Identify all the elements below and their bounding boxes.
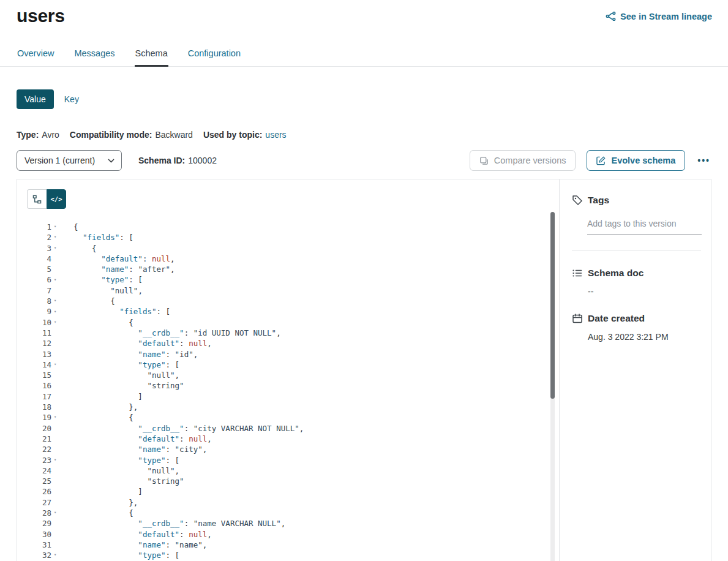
schema-actions: Compare versions Evolve schema ••• <box>470 150 711 171</box>
schema-meta: Type: Avro Compatibility mode: Backward … <box>17 130 711 140</box>
code-token <box>73 434 138 443</box>
line-number: 4 <box>27 254 51 264</box>
code-token: "__crdb__" <box>138 519 184 528</box>
line-number: 11 <box>27 328 51 338</box>
value-toggle-button[interactable]: Value <box>17 89 54 109</box>
version-select-value: Version 1 (current) <box>24 156 95 165</box>
code-token: "null" <box>147 466 174 475</box>
code-token: , <box>281 519 286 528</box>
code-token <box>73 360 138 369</box>
code-token <box>73 233 83 242</box>
code-token <box>73 254 101 263</box>
code-token <box>73 476 147 486</box>
schema-controls: Version 1 (current) Schema ID: 100002 Co… <box>17 150 711 171</box>
more-options-button[interactable]: ••• <box>696 153 711 168</box>
collapse-caret-icon[interactable]: ▾ <box>54 225 61 229</box>
compare-versions-button[interactable]: Compare versions <box>470 150 576 171</box>
line-number: 28 <box>27 508 51 518</box>
chevron-down-icon <box>108 159 114 163</box>
code-token: : [ <box>156 307 170 316</box>
code-token: null <box>189 339 207 348</box>
key-toggle-button[interactable]: Key <box>54 89 89 109</box>
code-view-button[interactable]: </> <box>47 189 66 209</box>
code-line-text: "__crdb__": "id UUID NOT NULL", <box>73 328 281 338</box>
code-token: "name" <box>138 350 165 359</box>
schema-id: Schema ID: 100002 <box>138 156 217 165</box>
scrollbar-track[interactable] <box>550 212 555 561</box>
code-line: 1▾{ <box>27 222 559 232</box>
code-token: { <box>73 296 115 306</box>
meta-compat: Compatibility mode: Backward <box>70 130 193 140</box>
code-token: "default" <box>138 339 179 348</box>
code-line: 29▾ "__crdb__": "name VARCHAR NULL", <box>27 518 559 529</box>
collapse-caret-icon[interactable]: ▾ <box>54 320 61 325</box>
collapse-caret-icon[interactable]: ▾ <box>54 363 61 367</box>
code-token: "name" <box>138 540 165 549</box>
schema-kind-toggle: Value Key <box>17 89 711 109</box>
code-token: : <box>179 339 189 348</box>
date-created-value: Aug. 3 2022 3:21 PM <box>588 332 699 342</box>
line-number: 7 <box>27 285 51 296</box>
collapse-caret-icon[interactable]: ▾ <box>54 511 61 515</box>
code-line-text: "name": "name", <box>73 540 207 550</box>
code-token <box>73 381 147 390</box>
code-line: 10▾ { <box>27 317 559 328</box>
version-select[interactable]: Version 1 (current) <box>17 150 122 171</box>
code-token: "fields" <box>119 307 156 316</box>
collapse-caret-icon[interactable]: ▾ <box>54 415 61 420</box>
collapse-caret-icon[interactable]: ▾ <box>54 458 61 462</box>
code-line-text: "name": "city", <box>73 444 207 454</box>
code-line-text: "default": null, <box>73 434 212 444</box>
code-token <box>73 275 101 284</box>
code-token <box>73 456 138 465</box>
collapse-caret-icon[interactable]: ▾ <box>54 246 61 250</box>
tree-view-button[interactable] <box>27 189 47 209</box>
code-token: "default" <box>138 434 179 443</box>
collapse-caret-icon[interactable]: ▾ <box>54 299 61 303</box>
line-number: 10 <box>27 317 51 328</box>
schema-sidebar: Tags Schema doc -- <box>559 179 711 561</box>
page-header: users See in Stream lineage <box>0 0 728 26</box>
tab-overview[interactable]: Overview <box>17 42 54 66</box>
tags-section-title: Tags <box>572 195 699 206</box>
tab-configuration[interactable]: Configuration <box>187 42 241 66</box>
tab-messages[interactable]: Messages <box>73 42 115 66</box>
code-line-text: "null", <box>73 370 179 380</box>
view-toggle: </> <box>27 189 66 209</box>
tab-schema[interactable]: Schema <box>135 42 168 66</box>
code-line: 31▾ "name": "name", <box>27 540 559 550</box>
tags-input[interactable] <box>587 217 702 235</box>
code-line-text: "null", <box>73 465 179 476</box>
collapse-caret-icon[interactable]: ▾ <box>54 553 61 557</box>
line-number: 25 <box>27 476 51 486</box>
code-line: 13▾ "name": "id", <box>27 349 559 360</box>
meta-type: Type: Avro <box>17 130 59 140</box>
collapse-caret-icon[interactable]: ▾ <box>54 310 61 314</box>
code-line-text: "default": null, <box>73 529 212 540</box>
code-line-text: "default": null, <box>73 254 175 264</box>
code-token: : [ <box>166 456 180 465</box>
code-token <box>73 519 138 528</box>
line-number: 14 <box>27 360 51 370</box>
line-number: 16 <box>27 380 51 391</box>
collapse-caret-icon[interactable]: ▾ <box>54 235 61 239</box>
code-token: }, <box>73 498 138 507</box>
topic-link[interactable]: users <box>265 130 286 140</box>
evolve-schema-button[interactable]: Evolve schema <box>587 150 685 171</box>
code-token: : [ <box>166 551 180 560</box>
scrollbar-thumb[interactable] <box>550 212 555 399</box>
code-line: 17▾ ] <box>27 391 559 402</box>
edit-icon <box>596 156 606 165</box>
line-number: 15 <box>27 370 51 380</box>
line-number: 5 <box>27 264 51 274</box>
stream-lineage-link[interactable]: See in Stream lineage <box>606 11 712 21</box>
line-number: 31 <box>27 540 51 550</box>
code-token: "type" <box>138 456 165 465</box>
code-token: : <box>143 254 152 263</box>
tags-section: Tags <box>572 195 699 251</box>
code-token: , <box>203 540 208 549</box>
collapse-caret-icon[interactable]: ▾ <box>54 278 61 282</box>
line-number: 23 <box>27 455 51 465</box>
code-line-text: "null", <box>73 285 143 296</box>
line-number: 1 <box>27 222 51 232</box>
